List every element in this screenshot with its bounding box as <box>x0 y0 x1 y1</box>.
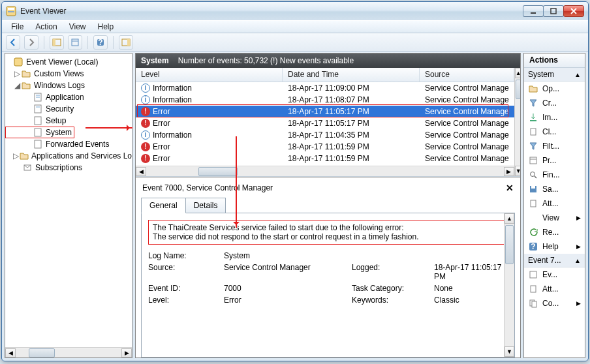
cell-level: Information <box>153 83 192 93</box>
scroll-thumb[interactable] <box>505 225 514 264</box>
help-button[interactable]: ? <box>93 35 108 50</box>
folder-open-icon <box>528 83 538 94</box>
titlebar[interactable]: Event Viewer <box>2 2 588 20</box>
action-item[interactable]: Pr... <box>524 153 585 168</box>
action-label: Im... <box>542 113 557 122</box>
detail-vscroll[interactable]: ▲ ▼ <box>504 213 514 357</box>
table-row[interactable]: iInformation18-Apr-17 11:04:35 PMService… <box>136 129 514 141</box>
tree-windows-logs[interactable]: ◢ Windows Logs <box>5 80 132 91</box>
menu-action[interactable]: Action <box>30 21 62 33</box>
tree-system[interactable]: System <box>5 127 74 138</box>
clear-icon <box>528 127 538 137</box>
action-item[interactable]: Fin... <box>524 168 585 182</box>
collapse-icon[interactable]: ◢ <box>13 81 21 90</box>
minimize-button[interactable] <box>523 5 544 17</box>
action-item[interactable]: Im... <box>524 110 585 125</box>
maximize-button[interactable] <box>543 5 564 17</box>
menu-help[interactable]: Help <box>93 21 119 33</box>
table-row[interactable]: !Error18-Apr-17 11:01:59 PMService Contr… <box>136 153 514 164</box>
error-line: The ThaiCreate Services service failed t… <box>153 223 503 232</box>
chevron-right-icon: ▶ <box>576 215 581 221</box>
kv-key: Keywords: <box>352 296 430 305</box>
center-pane: System Number of events: 50,732 (!) New … <box>135 53 521 358</box>
tab-general[interactable]: General <box>141 198 186 213</box>
kv-key: Log Name: <box>148 251 220 260</box>
svg-rect-37 <box>532 301 536 307</box>
forward-button[interactable] <box>24 35 39 50</box>
table-row[interactable]: !Error18-Apr-17 11:01:59 PMService Contr… <box>136 141 514 153</box>
table-row[interactable]: iInformation18-Apr-17 11:09:00 PMService… <box>136 82 514 94</box>
expand-icon[interactable]: ▷ <box>13 151 20 160</box>
tree-apps-services[interactable]: ▷ Applications and Services Lo <box>5 150 132 162</box>
kv-value: System <box>224 251 348 260</box>
menu-view[interactable]: View <box>64 21 91 33</box>
action-item[interactable]: Re... <box>524 225 585 239</box>
scroll-right-icon[interactable]: ▶ <box>121 348 132 357</box>
show-hide-action-pane-button[interactable] <box>119 35 133 50</box>
attach-icon <box>528 284 538 294</box>
action-item[interactable]: ?Help▶ <box>524 239 585 254</box>
properties-icon <box>528 155 538 166</box>
action-item[interactable]: Ev... <box>524 267 585 282</box>
actions-group-event[interactable]: Event 7... ▲ <box>524 254 585 267</box>
action-item[interactable]: Cl... <box>524 125 585 139</box>
menubar: File Action View Help <box>2 20 588 33</box>
grid-hscroll[interactable]: ◀ ▶ <box>136 166 514 176</box>
scroll-down-icon[interactable]: ▼ <box>505 346 514 357</box>
svg-rect-35 <box>531 286 536 292</box>
folder-icon <box>20 151 29 161</box>
action-item[interactable]: Op... <box>524 82 585 96</box>
tree-root[interactable]: Event Viewer (Local) <box>5 56 132 68</box>
toolbar-separator <box>113 36 114 49</box>
scroll-left-icon[interactable]: ◀ <box>5 348 16 357</box>
col-date[interactable]: Date and Time <box>283 68 420 82</box>
info-icon: i <box>141 83 150 93</box>
scroll-down-icon[interactable]: ▼ <box>515 166 521 176</box>
tree-label: Application <box>46 93 84 102</box>
grid-vscroll[interactable]: ▲ ▼ <box>514 68 521 176</box>
grid-body[interactable]: iInformation18-Apr-17 11:09:00 PMService… <box>136 82 514 166</box>
table-row[interactable]: !Error18-Apr-17 11:05:17 PMService Contr… <box>136 117 514 129</box>
close-button[interactable] <box>563 5 584 17</box>
table-row[interactable]: !Error18-Apr-17 11:05:17 PMService Contr… <box>136 106 514 117</box>
scroll-thumb[interactable] <box>516 80 521 99</box>
properties-button[interactable] <box>68 35 82 50</box>
tree-custom-views[interactable]: ▷ Custom Views <box>5 68 132 80</box>
actions-group-system[interactable]: System ▲ <box>524 68 585 82</box>
tree-application[interactable]: Application <box>5 91 132 103</box>
back-button[interactable] <box>6 35 20 50</box>
error-icon: ! <box>141 119 150 128</box>
kv-key: Logged: <box>352 263 430 281</box>
show-hide-tree-button[interactable] <box>50 35 64 50</box>
action-item[interactable]: Filt... <box>524 139 585 153</box>
detail-close-button[interactable]: ✕ <box>506 183 514 193</box>
scroll-thumb[interactable] <box>29 348 55 357</box>
scroll-thumb[interactable] <box>198 167 238 176</box>
cell-date: 18-Apr-17 11:01:59 PM <box>288 154 369 163</box>
scroll-left-icon[interactable]: ◀ <box>136 167 146 176</box>
kv-value: Classic <box>434 296 508 305</box>
col-level[interactable]: Level <box>136 68 283 82</box>
scroll-up-icon[interactable]: ▲ <box>515 68 521 78</box>
chevron-right-icon: ▶ <box>576 300 581 307</box>
tab-details[interactable]: Details <box>185 198 226 213</box>
toolbar: ? <box>2 33 588 52</box>
tree-setup[interactable]: Setup <box>5 115 132 127</box>
tree-subscriptions[interactable]: Subscriptions <box>5 162 132 174</box>
tree-hscroll[interactable]: ◀ ▶ <box>5 347 132 357</box>
action-item[interactable]: Att... <box>524 282 585 296</box>
table-row[interactable]: iInformation18-Apr-17 11:08:07 PMService… <box>136 94 514 106</box>
action-item[interactable]: Cr... <box>524 96 585 110</box>
col-source[interactable]: Source <box>420 68 514 82</box>
expand-icon[interactable]: ▷ <box>13 69 21 78</box>
scroll-right-icon[interactable]: ▶ <box>504 167 514 176</box>
tree-security[interactable]: Security <box>5 103 132 115</box>
tree-forwarded[interactable]: Forwarded Events <box>5 138 132 150</box>
info-icon: i <box>141 95 150 104</box>
action-item[interactable]: Sa... <box>524 182 585 196</box>
menu-file[interactable]: File <box>6 21 29 33</box>
scroll-up-icon[interactable]: ▲ <box>505 213 514 224</box>
action-item[interactable]: Co...▶ <box>524 296 585 311</box>
action-item[interactable]: View▶ <box>524 211 585 225</box>
action-item[interactable]: Att... <box>524 196 585 211</box>
